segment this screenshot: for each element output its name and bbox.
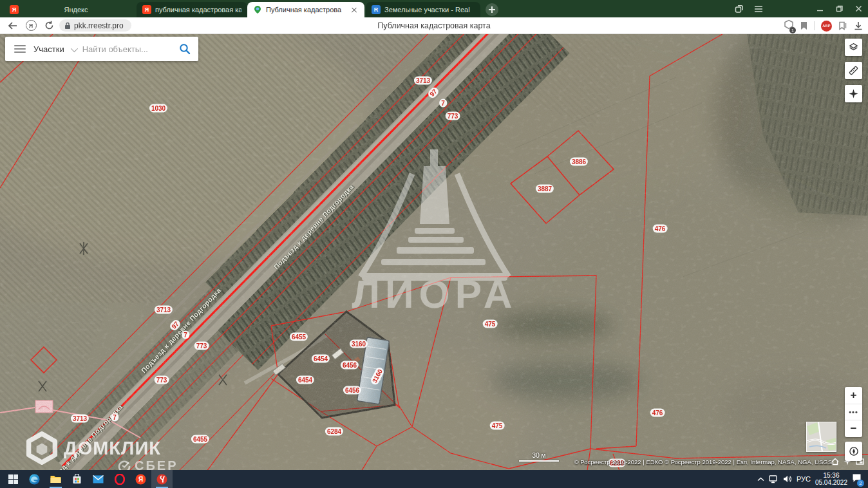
zoom-more-button[interactable]: ••• — [845, 404, 862, 420]
yandex-services-button[interactable]: Я — [22, 18, 40, 33]
opera-icon — [115, 474, 125, 485]
locate-button[interactable] — [845, 442, 862, 461]
parcel-label[interactable]: 3887 — [536, 185, 554, 193]
tab-groups-button[interactable] — [730, 0, 749, 17]
zoom-out-button[interactable]: − — [845, 420, 862, 437]
map-canvas[interactable]: ЛИОРА — [0, 34, 868, 470]
minimap[interactable] — [806, 422, 836, 452]
tab-yandex[interactable]: Я Яндекс — [4, 2, 135, 17]
parcel-label[interactable]: 3713 — [155, 306, 173, 314]
parcel-label[interactable]: 3886 — [570, 158, 588, 166]
parcel-label[interactable]: 7 — [439, 99, 447, 108]
browser-toolbar: Я pkk.rreestr.pro Публичная кадастровая … — [0, 17, 868, 34]
layers-button[interactable] — [845, 39, 862, 56]
zoom-in-button[interactable]: + — [845, 387, 862, 404]
parcel-label[interactable]: 476 — [650, 409, 665, 417]
mail-icon — [93, 475, 104, 483]
measure-button[interactable] — [845, 62, 862, 79]
speaker-icon[interactable] — [783, 475, 792, 483]
taskbar-yandex-browser[interactable] — [151, 470, 173, 488]
parcel-label[interactable]: 6284 — [325, 427, 343, 436]
folder-icon — [50, 474, 61, 483]
download-icon[interactable] — [854, 21, 863, 30]
layer-category-selector[interactable]: Участки — [33, 44, 64, 54]
bookmark-icon[interactable] — [800, 21, 807, 30]
scale-line — [519, 460, 559, 462]
taskbar-mail[interactable] — [88, 470, 109, 488]
scale-bar: 30 м — [519, 452, 559, 462]
search-icon[interactable] — [179, 43, 191, 55]
parcel-label[interactable]: 3713 — [414, 77, 432, 85]
parcel-label[interactable]: 475 — [483, 320, 498, 328]
language-indicator[interactable]: РУС — [797, 475, 811, 483]
collections-icon[interactable] — [838, 21, 847, 30]
extension-button[interactable]: 1 — [784, 19, 794, 32]
map-attribution: © Росреестр 2010-2022 | ЕЭКО © Росреестр… — [574, 458, 832, 465]
refresh-icon — [44, 21, 54, 30]
parcel-label[interactable]: 7 — [111, 413, 118, 422]
tab-label: Земельные участки - Real — [384, 6, 470, 14]
tab-pkk-active[interactable]: Публичная кадастрова — [247, 2, 364, 17]
parcel-label[interactable]: 475 — [490, 422, 505, 430]
layers-icon — [847, 41, 860, 54]
ruler-icon — [847, 64, 860, 77]
parcel-label[interactable]: 7 — [182, 331, 189, 339]
parcel-label[interactable]: 6456 — [343, 386, 361, 395]
taskbar-store[interactable] — [66, 470, 88, 488]
minimize-icon — [816, 5, 824, 12]
taskbar-opera[interactable] — [109, 470, 130, 488]
tab-search-result[interactable]: Я публичная кадастровая ка — [137, 2, 247, 17]
home-icon[interactable] — [831, 458, 839, 465]
parcel-label[interactable]: 3160 — [350, 340, 368, 348]
notification-badge: 2 — [857, 480, 864, 487]
chevron-down-icon[interactable] — [70, 45, 77, 52]
clock-time: 15:36 — [815, 472, 847, 479]
menu-icon[interactable] — [14, 45, 26, 53]
hamburger-icon — [754, 5, 763, 13]
clock[interactable]: 15:36 05.04.2022 — [815, 472, 847, 486]
parcel-label[interactable]: 6456 — [341, 361, 359, 370]
new-tab-button[interactable] — [486, 3, 498, 16]
parcel-label[interactable]: 6454 — [296, 376, 314, 384]
taskbar-edge[interactable] — [24, 470, 45, 488]
domclick-label: ДОМКЛИК — [64, 438, 161, 459]
parcel-label[interactable]: 6455 — [191, 435, 209, 444]
network-icon[interactable] — [769, 475, 778, 483]
scale-label: 30 м — [519, 452, 559, 459]
tray-expand-icon[interactable] — [757, 477, 764, 482]
search-input[interactable] — [82, 44, 171, 54]
parcel-label[interactable]: 773 — [155, 376, 169, 384]
parcel-label[interactable]: 6454 — [312, 355, 330, 363]
close-icon — [855, 5, 862, 12]
back-button[interactable] — [4, 18, 22, 33]
taskbar: Я РУС 15:36 05.04.2022 2 — [0, 470, 868, 488]
tab-close-icon[interactable] — [350, 5, 359, 14]
parcel-label[interactable]: 3713 — [71, 415, 89, 423]
divider — [814, 21, 815, 30]
close-button[interactable] — [849, 0, 868, 17]
minimize-button[interactable] — [810, 0, 829, 17]
address-bar[interactable]: pkk.rreestr.pro — [59, 19, 131, 32]
tab-bar: Я Яндекс Я публичная кадастровая ка Публ… — [0, 0, 868, 17]
zoom-controls: + ••• − — [845, 387, 862, 437]
maximize-button[interactable] — [829, 0, 849, 17]
parcel-label[interactable]: 773 — [446, 112, 460, 120]
star-marker-icon — [847, 87, 860, 100]
adblock-icon[interactable]: ABP — [821, 21, 832, 32]
taskbar-yandex-app[interactable]: Я — [130, 470, 151, 488]
parcel-label[interactable]: 6455 — [290, 333, 308, 341]
marker-button[interactable] — [845, 85, 862, 102]
tab-realist[interactable]: R Земельные участки - Real — [366, 2, 480, 17]
parcel-label[interactable]: 1030 — [149, 104, 167, 113]
taskbar-explorer[interactable] — [45, 470, 66, 488]
refresh-button[interactable] — [40, 18, 58, 33]
parcel-label[interactable]: 773 — [194, 342, 209, 350]
start-button[interactable] — [3, 470, 24, 488]
notification-center[interactable]: 2 — [852, 473, 862, 485]
yandex-favicon: Я — [142, 5, 151, 14]
extension-badge: 1 — [789, 27, 796, 33]
parcel-label[interactable]: 476 — [653, 225, 668, 233]
browser-menu-button[interactable] — [749, 0, 768, 17]
back-arrow-icon — [8, 21, 18, 30]
domclick-logo-icon — [26, 430, 58, 466]
